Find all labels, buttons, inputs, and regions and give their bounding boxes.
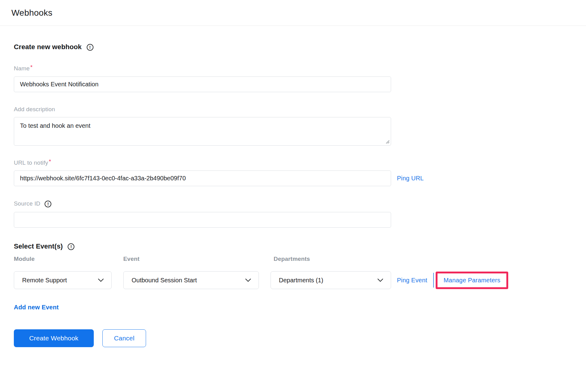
module-dropdown[interactable]: Remote Support [14,271,112,289]
column-label-departments: Departments [271,256,391,262]
events-column-headers: Module Event Departments [14,256,572,262]
event-dropdown-value: Outbound Session Start [132,277,197,284]
manage-parameters-highlight: Manage Parameters [436,272,509,289]
events-heading-row: Select Event(s) ! [14,242,572,250]
url-label: URL to notify [14,159,48,166]
source-id-label: Source ID [14,200,40,207]
link-separator [433,273,434,288]
manage-parameters-link[interactable]: Manage Parameters [444,277,501,284]
column-label-event: Event [123,256,259,262]
ping-url-link[interactable]: Ping URL [397,175,424,182]
form-actions: Create Webhook Cancel [14,329,572,347]
required-asterisk: * [49,158,51,165]
form-heading-row: Create new webhook ! [14,43,572,51]
info-icon[interactable]: ! [45,201,51,207]
url-input[interactable] [14,171,391,186]
url-label-row: URL to notify* [14,159,572,166]
description-label-row: Add description [14,106,572,113]
chevron-down-icon [377,278,383,282]
page-title: Webhooks [11,8,52,18]
create-webhook-button[interactable]: Create Webhook [14,329,94,347]
event-dropdown[interactable]: Outbound Session Start [123,271,259,289]
form-heading: Create new webhook [14,43,82,51]
source-id-input[interactable] [14,212,391,228]
add-new-event-link[interactable]: Add new Event [14,304,59,311]
cancel-button[interactable]: Cancel [102,329,146,347]
page-header: Webhooks [0,0,586,26]
name-label-row: Name* [14,65,572,72]
required-asterisk: * [30,64,32,71]
departments-dropdown-value: Departments (1) [279,277,323,284]
url-input-row: Ping URL [14,171,572,186]
module-dropdown-value: Remote Support [22,277,67,284]
source-id-label-row: Source ID ! [14,200,572,207]
create-webhook-form: Create new webhook ! Name* Add descripti… [0,26,586,347]
name-input[interactable] [14,76,391,92]
description-field-wrap: To test and hook an event [14,117,391,146]
departments-dropdown[interactable]: Departments (1) [271,271,391,289]
column-label-module: Module [14,256,112,262]
chevron-down-icon [98,278,104,282]
description-textarea[interactable]: To test and hook an event [14,117,391,146]
name-label: Name [14,65,30,72]
chevron-down-icon [245,278,251,282]
info-icon[interactable]: ! [87,44,93,51]
event-row: Remote Support Outbound Session Start De… [14,271,572,289]
events-heading: Select Event(s) [14,242,63,250]
ping-event-link[interactable]: Ping Event [397,277,427,284]
info-icon[interactable]: ! [68,243,74,250]
description-label: Add description [14,106,55,113]
